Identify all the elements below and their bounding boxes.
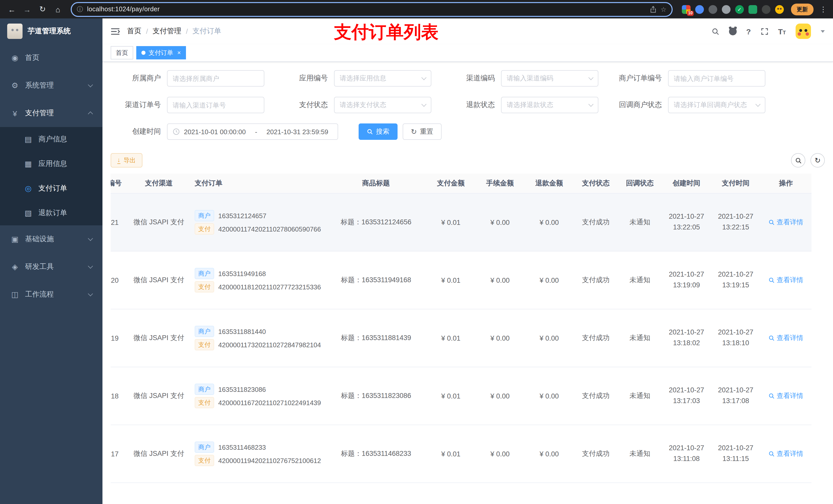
sidebar-item-payment[interactable]: ¥ 支付管理 (0, 99, 102, 127)
table-row[interactable]: 18 微信 JSAPI 支付 商户1635311823086 支付4200001… (111, 367, 811, 425)
pay-order-no: 4200001181202110277723215336 (218, 283, 321, 291)
chevron-down-icon (421, 75, 427, 80)
url-text[interactable]: localhost:1024/pay/order (87, 6, 646, 13)
help-icon[interactable]: ? (746, 27, 751, 35)
sidebar-item-refund-order[interactable]: ▧ 退款订单 (0, 201, 102, 225)
table-header: 编号 支付渠道 支付订单 商品标题 支付金额 手续金额 退款金额 支付状态 回调… (111, 174, 811, 194)
monitor-icon: ▣ (10, 235, 20, 244)
record-icon: ◎ (24, 184, 33, 193)
sidebar-item-merchant-info[interactable]: ▤ 商户信息 (0, 127, 102, 152)
reload-button[interactable]: ↻ (36, 3, 49, 16)
browser-update-button[interactable]: 更新 (791, 3, 813, 15)
export-button[interactable]: ↓ 导出 (111, 153, 142, 167)
hamburger-icon[interactable] (111, 27, 120, 35)
app-select[interactable]: 请选择应用信息 (334, 70, 431, 87)
sidebar-item-infrastructure[interactable]: ▣ 基础设施 (0, 225, 102, 253)
close-icon[interactable]: × (177, 49, 181, 56)
table-row[interactable]: 20 微信 JSAPI 支付 商户1635311949168 支付4200001… (111, 251, 811, 309)
sidebar-item-workflow[interactable]: ◫ 工作流程 (0, 281, 102, 308)
user-avatar[interactable] (795, 24, 811, 39)
app-title: 芋道管理系统 (28, 27, 71, 36)
sidebar-item-app-info[interactable]: ▦ 应用信息 (0, 152, 102, 176)
view-detail-link[interactable]: 查看详情 (768, 449, 803, 458)
address-bar[interactable]: ⓘ localhost:1024/pay/order ☆ (71, 2, 673, 17)
yen-icon: ¥ (10, 109, 20, 118)
date-end[interactable]: 2021-10-31 23:59:59 (266, 128, 328, 136)
font-size-icon[interactable]: TT (778, 27, 786, 35)
home-button[interactable]: ⌂ (51, 3, 65, 16)
field-label: 回调商户状态 (612, 100, 668, 110)
field-label: 所属商户 (111, 74, 167, 83)
chevron-down-icon (755, 102, 761, 107)
tab-pay-order[interactable]: 支付订单 × (136, 46, 186, 59)
extension-icon-4[interactable] (722, 5, 731, 14)
extension-badge: 10 (687, 10, 694, 16)
share-icon[interactable] (650, 6, 657, 13)
refund-status-select[interactable]: 请选择退款状态 (501, 97, 598, 113)
search-icon (768, 393, 775, 399)
channel-code-select[interactable]: 请输入渠道编码 (501, 70, 598, 87)
search-icon (768, 219, 775, 225)
avatar-caret-icon[interactable] (821, 30, 825, 32)
header-actions: ? TT (711, 24, 825, 39)
pay-status-select[interactable]: 请选择支付状态 (334, 97, 431, 113)
merchant-order-no: 1635311949168 (218, 270, 266, 278)
fullscreen-icon[interactable] (761, 27, 768, 35)
view-detail-link[interactable]: 查看详情 (768, 218, 803, 227)
table-row[interactable]: 21 微信 JSAPI 支付 商户1635312124657 支付4200001… (111, 194, 811, 251)
table-row[interactable]: 19 微信 JSAPI 支付 商户1635311881440 支付4200001… (111, 309, 811, 367)
workflow-icon: ◫ (10, 290, 20, 299)
extension-icon-1[interactable]: 10 (682, 5, 691, 14)
chevron-down-icon (88, 264, 93, 269)
search-icon (367, 128, 373, 135)
table-row[interactable]: 17 微信 JSAPI 支付 商户1635311468233 支付4200001… (111, 425, 811, 483)
view-detail-link[interactable]: 查看详情 (768, 275, 803, 285)
sidebar-item-system[interactable]: ⚙ 系统管理 (0, 72, 102, 99)
date-start[interactable]: 2021-10-01 00:00:00 (184, 128, 246, 136)
header-bar: 首页 / 支付管理 / 支付订单 ? TT (102, 19, 833, 44)
merchant-tag: 商户 (195, 384, 214, 395)
reset-button[interactable]: ↻ 重置 (403, 123, 441, 140)
tab-home[interactable]: 首页 (111, 46, 133, 59)
merchant-input[interactable] (167, 70, 264, 87)
date-range-picker[interactable]: 2021-10-01 00:00:00 - 2021-10-31 23:59:5… (167, 123, 338, 140)
sidebar-item-dev-tools[interactable]: ◈ 研发工具 (0, 253, 102, 281)
search-icon[interactable] (711, 27, 719, 35)
breadcrumb-home[interactable]: 首页 (127, 27, 141, 36)
extension-icon-7[interactable] (762, 5, 770, 14)
breadcrumb-pay-management[interactable]: 支付管理 (153, 27, 181, 36)
forward-button[interactable]: → (21, 3, 34, 16)
sidebar-item-pay-order[interactable]: ◎ 支付订单 (0, 176, 102, 201)
merchant-order-no: 1635311468233 (218, 443, 266, 451)
payment-submenu: ▤ 商户信息 ▦ 应用信息 ◎ 支付订单 ▧ 退款订单 (0, 127, 102, 225)
sidebar-item-home[interactable]: ◉ 首页 (0, 44, 102, 72)
extension-icon-2[interactable] (695, 5, 704, 14)
pay-order-no: 4200001167202110271022491439 (218, 399, 321, 406)
bookmark-star-icon[interactable]: ☆ (661, 5, 667, 13)
view-detail-link[interactable]: 查看详情 (768, 333, 803, 343)
screen: ← → ↻ ⌂ ⓘ localhost:1024/pay/order ☆ 10 … (0, 0, 833, 504)
field-label: 应用编号 (278, 74, 334, 83)
field-label: 渠道订单号 (111, 100, 167, 110)
back-button[interactable]: ← (5, 3, 19, 16)
chevron-up-icon (88, 112, 93, 117)
refresh-table-button[interactable]: ↻ (810, 153, 825, 167)
extension-icon-6[interactable] (748, 5, 757, 14)
search-icon (768, 335, 775, 341)
logo-avatar (7, 24, 23, 39)
github-icon[interactable] (729, 27, 736, 35)
extension-icon-8[interactable] (775, 5, 784, 14)
site-info-icon[interactable]: ⓘ (77, 5, 83, 14)
channel-order-no-input[interactable] (167, 97, 264, 113)
extension-icon-5[interactable]: ✓ (735, 5, 744, 14)
table-row-partial[interactable]: 商户1635311151726 (111, 483, 811, 504)
extension-icon-3[interactable] (709, 5, 717, 14)
main-content: 支付订单列表 首页 / 支付管理 / 支付订单 (102, 19, 833, 504)
merchant-order-no-input[interactable] (668, 70, 765, 87)
notify-status-select[interactable]: 请选择订单回调商户状态 (668, 97, 765, 113)
breadcrumb-current: 支付订单 (193, 27, 221, 36)
toggle-search-button[interactable] (791, 153, 805, 167)
search-button[interactable]: 搜索 (359, 123, 398, 140)
view-detail-link[interactable]: 查看详情 (768, 391, 803, 401)
browser-menu-icon[interactable]: ⋮ (820, 5, 827, 13)
